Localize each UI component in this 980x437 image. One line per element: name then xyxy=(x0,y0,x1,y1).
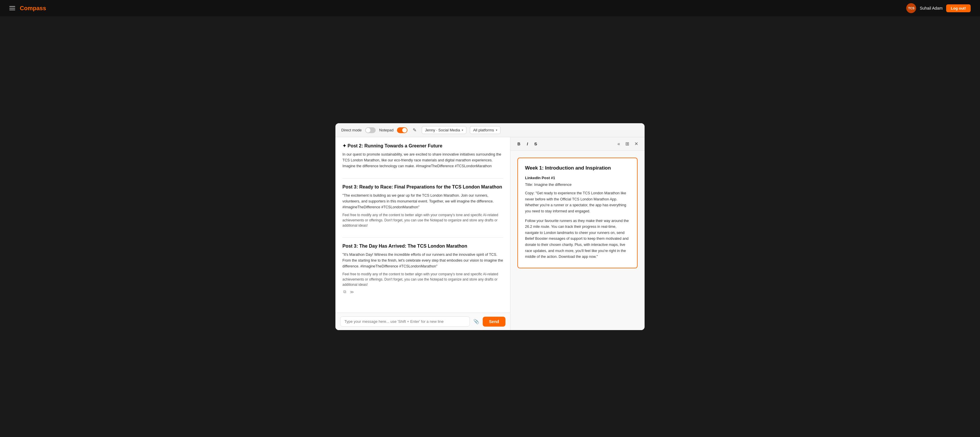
copy-button[interactable]: ⧉ xyxy=(342,288,347,295)
notepad-week-title: Week 1: Introduction and Inspiration xyxy=(525,165,630,171)
notepad-copy-body: Follow your favourite runners as they ma… xyxy=(525,218,630,260)
strikethrough-button[interactable]: S xyxy=(532,141,539,147)
forward-button[interactable]: ≫ xyxy=(349,289,355,295)
jenny-social-media-dropdown[interactable]: Jenny · Social Media ▾ xyxy=(422,126,466,134)
chat-input[interactable] xyxy=(340,317,470,326)
post-section-day: Post 3: The Day Has Arrived: The TCS Lon… xyxy=(342,244,503,298)
attach-button[interactable]: 📎 xyxy=(472,318,480,325)
chat-panel: ✦ Post 2: Running Towards a Greener Futu… xyxy=(336,137,511,330)
post-body-day: "It's Marathon Day! Witness the incredib… xyxy=(342,252,503,269)
paperclip-icon: 📎 xyxy=(473,319,479,324)
toolbar: Direct mode Notepad ✎ Jenny · Social Med… xyxy=(336,123,644,137)
bold-button[interactable]: B xyxy=(515,141,523,147)
edit-icon-button[interactable]: ✎ xyxy=(411,127,418,133)
notepad-post-label: LinkedIn Post #1 xyxy=(525,176,630,180)
toolbar-left: Direct mode Notepad ✎ Jenny · Social Med… xyxy=(341,126,639,134)
post-title-green: ✦ Post 2: Running Towards a Greener Futu… xyxy=(342,143,503,149)
direct-mode-toggle[interactable] xyxy=(365,127,375,133)
send-button[interactable]: Send xyxy=(483,317,506,326)
post-note-day: Feel free to modify any of the content t… xyxy=(342,272,503,287)
main-area: Direct mode Notepad ✎ Jenny · Social Med… xyxy=(0,16,980,437)
chat-input-area: 📎 Send xyxy=(336,313,510,330)
post-note-ready: Feel free to modify any of the content t… xyxy=(342,212,503,228)
direct-mode-label: Direct mode xyxy=(341,128,362,132)
notepad-toggle[interactable] xyxy=(397,127,407,133)
chevron-down-icon-2: ▾ xyxy=(496,128,497,132)
navbar: Compass TCS Suhail Adam Log out! xyxy=(0,0,980,16)
menu-icon[interactable] xyxy=(10,6,15,10)
post-title-day: Post 3: The Day Has Arrived: The TCS Lon… xyxy=(342,244,503,249)
all-platforms-dropdown[interactable]: All platforms ▾ xyxy=(470,126,501,134)
chevron-down-icon: ▾ xyxy=(462,128,463,132)
chat-messages: ✦ Post 2: Running Towards a Greener Futu… xyxy=(336,137,510,313)
post-section-green: ✦ Post 2: Running Towards a Greener Futu… xyxy=(342,143,503,169)
avatar: TCS xyxy=(906,3,916,13)
notepad-label: Notepad xyxy=(379,128,393,132)
username: Suhail Adam xyxy=(920,6,943,11)
logout-button[interactable]: Log out! xyxy=(946,5,970,12)
notepad-post-title-text: Title: Imagine the difference xyxy=(525,182,630,187)
notepad-panel: B I S « ⊞ ✕ Week 1: Introduction and Ins… xyxy=(511,137,644,330)
app-container: Direct mode Notepad ✎ Jenny · Social Med… xyxy=(336,123,644,330)
post-body-green: In our quest to promote sustainability, … xyxy=(342,152,503,169)
notepad-toolbar: B I S « ⊞ ✕ xyxy=(511,137,644,150)
grid-button[interactable]: ⊞ xyxy=(624,140,631,147)
brand-name: Compass xyxy=(20,5,46,12)
post-title-ready: Post 3: Ready to Race: Final Preparation… xyxy=(342,184,503,190)
notepad-box: Week 1: Introduction and Inspiration Lin… xyxy=(517,158,638,268)
navbar-right: TCS Suhail Adam Log out! xyxy=(906,3,970,13)
navbar-left: Compass xyxy=(10,5,46,12)
jenny-dropdown-label: Jenny · Social Media xyxy=(425,128,460,132)
post-body-ready: "The excitement is building as we gear u… xyxy=(342,193,503,210)
notepad-toolbar-right: « ⊞ ✕ xyxy=(616,140,640,147)
notepad-content: Week 1: Introduction and Inspiration Lin… xyxy=(511,150,644,330)
notepad-copy-intro: Copy: "Get ready to experience the TCS L… xyxy=(525,190,630,214)
chat-actions: ⧉ ≫ xyxy=(342,287,503,298)
post-section-ready: Post 3: Ready to Race: Final Preparation… xyxy=(342,184,503,228)
pencil-icon: ✎ xyxy=(413,128,417,133)
italic-button[interactable]: I xyxy=(524,141,530,147)
content-area: ✦ Post 2: Running Towards a Greener Futu… xyxy=(336,137,644,330)
collapse-button[interactable]: « xyxy=(616,141,622,147)
platforms-dropdown-label: All platforms xyxy=(473,128,494,132)
close-button[interactable]: ✕ xyxy=(633,140,640,147)
